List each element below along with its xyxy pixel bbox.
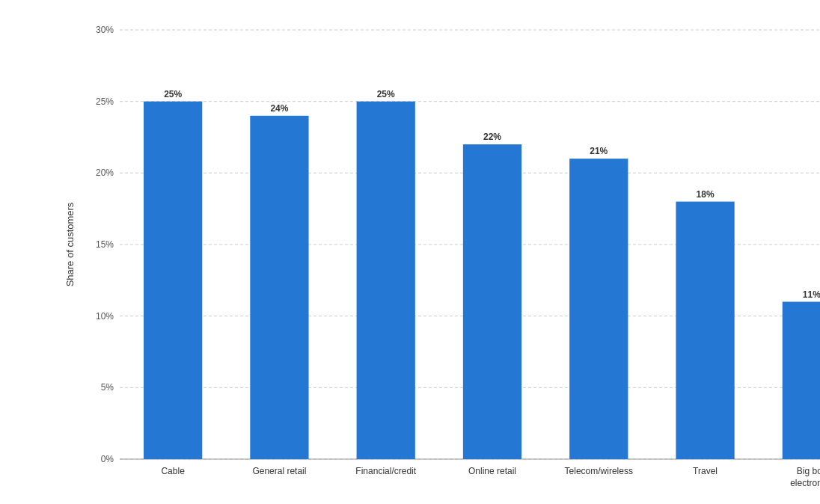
bar-category-label: Telecom/wireless [565,466,633,476]
bar-rect [357,102,415,459]
bar-category-label: General retail [252,466,306,476]
bar-category-label: Financial/credit [355,466,416,476]
bar-category-label: electronics [790,478,820,488]
chart-plot-area: 30%25%20%15%10%5%0%25%Cable24%General re… [60,15,805,444]
bar-rect [250,116,308,459]
chart-container: 30%25%20%15%10%5%0%25%Cable24%General re… [0,0,820,504]
svg-text:10%: 10% [96,311,114,322]
bar-category-label: Online retail [468,466,516,476]
bar-chart-svg: 30%25%20%15%10%5%0%25%Cable24%General re… [60,15,820,504]
bar-category-label: Travel [693,466,718,476]
bar-value-label: 25% [164,89,182,99]
bar-rect [144,102,202,459]
svg-text:30%: 30% [96,25,114,35]
svg-text:20%: 20% [96,168,114,178]
bar-rect [569,159,628,459]
bar-category-label: Big box [797,466,820,476]
svg-text:0%: 0% [101,454,114,464]
bar-value-label: 11% [803,289,820,300]
bar-value-label: 22% [483,132,501,142]
svg-text:15%: 15% [96,239,114,250]
svg-text:25%: 25% [96,96,114,107]
svg-text:5%: 5% [101,382,114,393]
bar-value-label: 21% [590,146,608,156]
bar-rect [783,302,820,459]
bar-rect [676,202,734,459]
bar-category-label: Cable [161,466,185,476]
bar-rect [463,144,521,459]
y-axis-label-svg: Share of customers [64,202,76,286]
bar-value-label: 25% [377,89,395,99]
bar-value-label: 18% [697,189,715,200]
bar-value-label: 24% [270,103,288,114]
